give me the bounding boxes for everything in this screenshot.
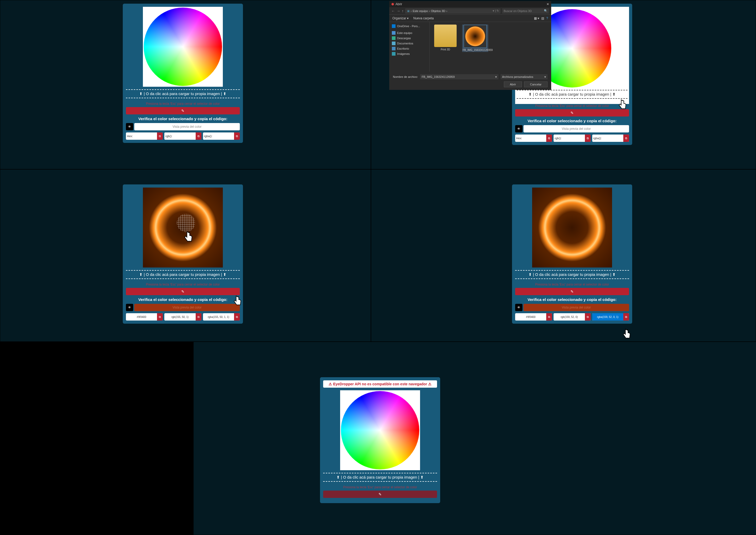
copy-rgba-button[interactable]: ⧉ (234, 313, 240, 321)
back-button[interactable]: ← (391, 9, 395, 13)
upload-area[interactable]: ⬆ | O da clic acá para cargar tu propia … (515, 270, 629, 279)
view-icons-button[interactable]: ▦ ▾ (534, 16, 539, 20)
copy-rgba-button[interactable]: ⧉ (623, 134, 629, 142)
pc-icon (392, 31, 396, 35)
folder-icon (434, 25, 457, 47)
image-preview[interactable] (143, 187, 223, 268)
esc-hint: Presiona la tecla 'Esc' para cerrar el s… (515, 104, 629, 108)
pc-icon: 🖥 (407, 10, 409, 13)
copy-rgba-button[interactable]: ⧉ (623, 313, 629, 321)
color-wheel (144, 8, 222, 86)
file-grid[interactable]: Print 3D FB_IMG_1563241126959 (430, 22, 551, 71)
loaded-image (143, 187, 223, 268)
rgb-value[interactable]: rgb(159, 52, 0) (553, 313, 585, 321)
organize-menu[interactable]: Organizar ▾ (392, 16, 408, 20)
hex-group: Hex:⧉ (126, 132, 163, 140)
sidebar-item-desktop[interactable]: Escritorio (390, 46, 429, 51)
esc-hint: Presiona la tecla 'Esc' para cerrar el s… (323, 485, 437, 489)
verify-label: Verifica el color seleccionado y copia e… (126, 117, 240, 121)
rgb-value[interactable]: rgb(155, 50, 1) (164, 313, 195, 321)
nav-bar: ← → ↑ 🖥 ›Este equipo ›Objetos 3D › ▾ | ↻… (389, 7, 551, 14)
copy-hex-button[interactable]: ⧉ (546, 313, 552, 321)
rgba-value[interactable]: rgba(155, 50, 1, 1) (203, 313, 234, 321)
view-details-button[interactable]: ▤ (541, 16, 544, 20)
magnifier-icon (177, 214, 195, 232)
sidebar-item-onedrive[interactable]: OneDrive - Pers... (390, 23, 429, 29)
copy-rgb-button[interactable]: ⧉ (585, 134, 591, 142)
close-icon[interactable]: ✕ (546, 2, 549, 6)
rgb-group: rgb():⧉ (164, 132, 201, 140)
rgba-group: rgba():⧉ (203, 132, 240, 140)
hand-cursor-icon (183, 230, 194, 243)
eyedropper-button[interactable]: ✎ (126, 288, 240, 295)
image-preview[interactable] (143, 7, 223, 87)
rgba-value[interactable]: rgba(159, 52, 0, 1) (592, 313, 623, 321)
file-item-folder[interactable]: Print 3D (432, 25, 459, 51)
copy-rgb-button[interactable]: ⧉ (196, 313, 201, 321)
toolbar: Organizar ▾ Nueva carpeta ▦ ▾ ▤ ? (389, 14, 551, 22)
eyedropper-button[interactable]: ✎ (515, 109, 629, 117)
breadcrumb[interactable]: 🖥 ›Este equipo ›Objetos 3D › ▾ | ↻ (405, 8, 500, 14)
filename-label: Nombre de archivo: (393, 75, 418, 78)
copy-hex-button[interactable]: ⧉ (157, 313, 163, 321)
verify-label: Verifica el color seleccionado y copia e… (515, 119, 629, 123)
open-button[interactable]: Abrir (504, 81, 522, 87)
esc-hint: Presiona la tecla 'Esc' para cerrar el s… (126, 102, 240, 105)
color-preview-field: Vista previa del color (523, 125, 629, 132)
verify-label: Verifica el color seleccionado y copia e… (126, 297, 240, 302)
filename-input[interactable]: FB_IMG_1563241126959▾ (420, 74, 498, 79)
color-picker-panel-1: ⬆ | O da clic acá para cargar tu propia … (123, 4, 243, 143)
dialog-title: Abrir (396, 2, 402, 6)
upload-area[interactable]: ⬆ | O da clic acá para cargar tu propia … (517, 90, 628, 99)
image-preview[interactable] (532, 187, 612, 268)
color-picker-panel-5: ⚠ EyeDropper API no es compatible con es… (320, 377, 440, 503)
hex-value[interactable]: #9f3400 (515, 313, 546, 321)
lock-button[interactable]: 👁 (126, 123, 133, 130)
dialog-titlebar: ⬢ Abrir ✕ (389, 1, 551, 7)
new-folder-button[interactable]: Nueva carpeta (413, 16, 434, 20)
eyedropper-button: ✎ (323, 491, 437, 498)
hand-cursor-icon (622, 327, 632, 340)
hand-cursor-icon (233, 295, 243, 307)
copy-hex-button[interactable]: ⧉ (157, 132, 163, 140)
search-input[interactable]: Buscar en Objetos 3D 🔍 (502, 8, 549, 14)
hex-value[interactable]: #9f3400 (126, 313, 157, 321)
help-icon[interactable]: ? (546, 16, 548, 20)
upload-area[interactable]: ⬆ | O da clic acá para cargar tu propia … (126, 270, 240, 279)
image-icon (392, 52, 396, 56)
sidebar-item-documents[interactable]: Documentos (390, 41, 429, 46)
color-picker-panel-4: ⬆ | O da clic acá para cargar tu propia … (512, 184, 632, 324)
cancel-button[interactable]: Cancelar (524, 81, 547, 87)
copy-rgb-button[interactable]: ⧉ (585, 313, 591, 321)
search-icon: 🔍 (544, 9, 547, 13)
lock-button[interactable]: 👁 (126, 304, 133, 311)
file-open-dialog: ⬢ Abrir ✕ ← → ↑ 🖥 ›Este equipo ›Objetos … (389, 1, 551, 90)
filetype-select[interactable]: Archivos personalizados▾ (500, 74, 547, 79)
forward-button[interactable]: → (397, 9, 400, 13)
download-icon (392, 36, 396, 40)
copy-rgba-button[interactable]: ⧉ (234, 132, 240, 140)
color-wheel (341, 391, 419, 469)
file-item-image[interactable]: FB_IMG_1563241126959 (462, 25, 488, 52)
image-preview[interactable] (340, 390, 420, 470)
color-preview-field: Vista previa del color (134, 123, 240, 130)
verify-label: Verifica el color seleccionado y copia e… (515, 297, 629, 302)
image-thumbnail (465, 26, 485, 46)
copy-rgb-button[interactable]: ⧉ (196, 132, 201, 140)
document-icon (392, 42, 396, 45)
sidebar-item-images[interactable]: Imágenes (390, 51, 429, 56)
compat-alert: ⚠ EyeDropper API no es compatible con es… (323, 380, 437, 388)
copy-hex-button[interactable]: ⧉ (546, 134, 552, 142)
color-preview-field: Vista previa del color (523, 304, 629, 311)
shield-icon: ⬢ (391, 2, 394, 6)
eyedropper-button[interactable]: ✎ (515, 288, 629, 295)
lock-button[interactable]: 👁 (515, 304, 522, 311)
up-button[interactable]: ↑ (402, 9, 404, 13)
upload-area[interactable]: ⬆ | O da clic acá para cargar tu propia … (323, 473, 437, 482)
loaded-image (532, 187, 612, 268)
lock-button[interactable]: 👁 (515, 125, 522, 132)
upload-area[interactable]: ⬆ | O da clic acá para cargar tu propia … (126, 89, 240, 98)
sidebar-item-pc[interactable]: Este equipo (390, 30, 429, 36)
sidebar-item-downloads[interactable]: Descargas (390, 36, 429, 41)
eyedropper-button[interactable]: ✎ (126, 107, 240, 114)
